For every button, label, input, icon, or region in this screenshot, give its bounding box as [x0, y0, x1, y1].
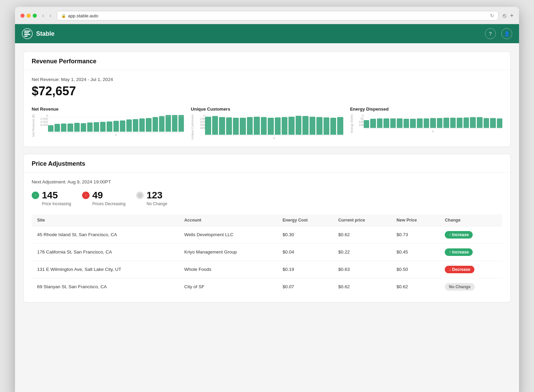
chart-bar: [464, 117, 469, 128]
chart-bar: [268, 118, 273, 135]
new-tab-button[interactable]: +: [510, 12, 514, 19]
decreasing-count: 49: [92, 190, 103, 201]
nav-buttons: ‹ ›: [41, 12, 53, 19]
browser-window: ‹ › 🔒 app.stable.auto ↻ ⎋ + Stable: [15, 7, 519, 392]
unique-customers-axes: Unique Customers 400 300 200 100 0: [191, 114, 343, 140]
charts-row: Net Revenue Net Revenue ($) 6,000 4,000 …: [32, 107, 502, 140]
chart-bar: [126, 119, 132, 132]
cell-current-price: $0.63: [333, 261, 391, 278]
chart-bar: [310, 117, 315, 135]
help-button[interactable]: ?: [485, 28, 496, 39]
chart-bar: [275, 117, 281, 135]
chart-bar: [282, 117, 287, 135]
unique-customers-chart: Unique Customers Unique Customers 400 30…: [191, 107, 343, 140]
energy-dispensed-chart: Energy Dispensed Energy (kWh) 15k 10k 5k…: [350, 107, 502, 140]
chart-bar: [443, 118, 449, 128]
energy-y-label: Energy (kWh): [350, 114, 354, 133]
share-button[interactable]: ⎋: [503, 12, 506, 19]
app-header: Stable ? 👤: [15, 24, 519, 43]
chart-bar: [61, 124, 66, 132]
table-row: 69 Stanyan St, San Francisco, CA City of…: [32, 278, 502, 295]
chart-bar: [484, 118, 489, 128]
x-bottom-label: 0: [205, 136, 343, 140]
chart-bar: [233, 118, 239, 135]
decrease-badge: ↓: [82, 192, 90, 199]
chart-bar: [296, 116, 301, 135]
minimize-button[interactable]: [27, 14, 31, 18]
chart-bar: [330, 118, 336, 135]
chart-bar: [219, 117, 225, 135]
cell-change: ↑ Increase: [439, 226, 502, 243]
traffic-lights: [20, 14, 37, 18]
reload-button[interactable]: ↻: [490, 13, 494, 18]
unique-customers-title: Unique Customers: [191, 107, 343, 112]
no-change-badge: No Change: [445, 283, 474, 291]
cell-energy-cost: $0.19: [277, 261, 333, 278]
cell-site: 131 E Wilmington Ave, Salt Lake City, UT: [32, 261, 179, 278]
chart-bar: [370, 119, 376, 128]
chart-bar: [87, 122, 93, 132]
table-row: 176 California St, San Francisco, CA Kri…: [32, 243, 502, 261]
chart-bar: [404, 119, 409, 128]
chart-bar: [470, 117, 476, 128]
increasing-label: Price Increasing: [42, 201, 71, 206]
chart-bar: [247, 117, 253, 135]
increase-badge: ↑: [32, 192, 39, 199]
chart-bar: [410, 119, 416, 128]
chart-bar: [54, 124, 60, 132]
logo-icon: [22, 28, 33, 39]
revenue-date: Net Revenue: May 1, 2024 - Jul 1, 2024: [32, 77, 502, 82]
chart-bar: [159, 116, 164, 132]
chart-bar: [81, 123, 86, 132]
chart-bar: [430, 118, 436, 128]
chart-bar: [146, 118, 151, 132]
chart-bar: [107, 121, 112, 132]
col-account: Account: [179, 214, 277, 226]
user-icon: 👤: [504, 31, 510, 36]
cell-current-price: $0.22: [333, 243, 391, 261]
stats-row: ↑ 145 Price Increasing ↓ 49: [32, 190, 502, 206]
cell-site: 45 Rhode Island St, San Francisco, CA: [32, 226, 179, 243]
chart-bar: [226, 117, 232, 135]
user-button[interactable]: 👤: [501, 28, 512, 39]
chart-bar: [153, 117, 158, 132]
forward-button[interactable]: ›: [48, 12, 52, 19]
url-text: app.stable.auto: [68, 13, 98, 18]
chart-bar: [212, 116, 218, 134]
chart-bar: [288, 117, 294, 135]
no-change-label: No Change: [146, 201, 167, 206]
cell-new-price: $0.62: [391, 278, 439, 295]
cell-current-price: $0.62: [333, 226, 391, 243]
chart-bar: [178, 115, 184, 132]
chart-bar: [377, 118, 383, 128]
back-button[interactable]: ‹: [41, 12, 45, 19]
table-header-row: Site Account Energy Cost Current price N…: [32, 214, 502, 226]
chart-bar: [457, 118, 462, 128]
table-body: 45 Rhode Island St, San Francisco, CA We…: [32, 226, 502, 295]
maximize-button[interactable]: [33, 14, 37, 18]
increase-badge: ↑ Increase: [445, 231, 473, 239]
energy-dispensed-axes: Energy (kWh) 15k 10k 5k 0: [350, 114, 502, 133]
cell-new-price: $0.45: [391, 243, 439, 261]
table-row: 131 E Wilmington Ave, Salt Lake City, UT…: [32, 261, 502, 278]
y-label: 15k: [354, 124, 364, 127]
net-revenue-chart: Net Revenue Net Revenue ($) 6,000 4,000 …: [32, 107, 184, 140]
stat-increasing: ↑ 145 Price Increasing: [32, 190, 71, 206]
up-arrow-icon: ↑: [35, 193, 36, 197]
chart-bar: [337, 117, 343, 134]
stat-decreasing: ↓ 49 Prices Decreasing: [82, 190, 125, 206]
x-bottom-label: 0: [364, 130, 502, 133]
y-label: 400: [195, 127, 205, 130]
address-bar[interactable]: 🔒 app.stable.auto ↻: [57, 11, 499, 20]
increase-badge: ↑ Increase: [445, 248, 473, 256]
chart-bar: [302, 116, 308, 135]
revenue-amount: $72,657: [32, 84, 502, 98]
cell-new-price: $0.73: [391, 226, 439, 243]
table-row: 45 Rhode Island St, San Francisco, CA We…: [32, 226, 502, 243]
revenue-card-header: Revenue Performance: [23, 52, 511, 70]
close-button[interactable]: [20, 14, 25, 18]
net-revenue-axes: Net Revenue ($) 6,000 4,000 2,000 0: [32, 114, 184, 137]
chart-bar: [254, 117, 260, 135]
chart-bar: [74, 123, 80, 132]
col-change: Change: [439, 214, 502, 226]
